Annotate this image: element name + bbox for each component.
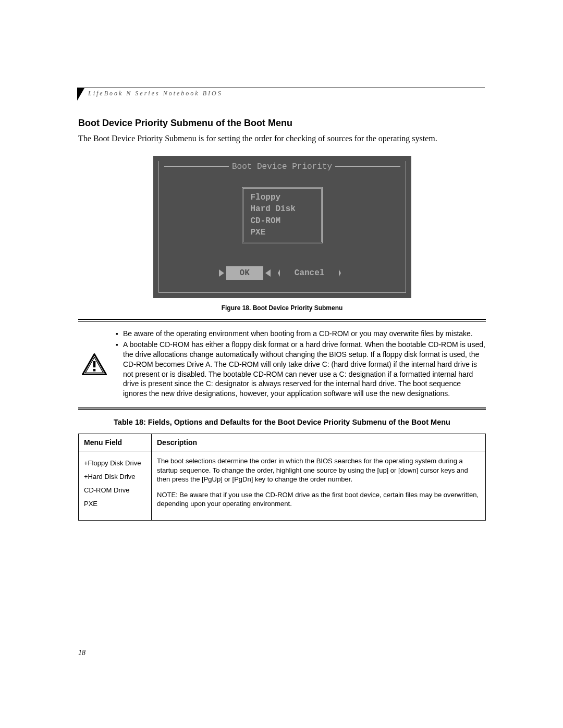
bios-ok-label: OK (240, 268, 250, 278)
bios-boot-item[interactable]: PXE (251, 227, 314, 238)
warning-text: Be aware of the operating environment wh… (111, 329, 486, 400)
bracket-left-icon (278, 269, 280, 277)
warning-bullet: Be aware of the operating environment wh… (116, 329, 486, 339)
bios-ok-button[interactable]: OK (226, 266, 263, 280)
section-description: The Boot Device Priority Submenu is for … (78, 133, 486, 144)
svg-rect-3 (93, 369, 96, 372)
header-rule (77, 88, 485, 88)
running-head: LifeBook N Series Notebook BIOS (88, 90, 223, 97)
page-number: 18 (78, 649, 85, 657)
bios-boot-item[interactable]: Floppy (251, 192, 314, 203)
table-cell-menu-fields: +Floppy Disk Drive +Hard Disk Drive CD-R… (79, 451, 152, 521)
menu-field-item: PXE (84, 497, 146, 511)
section-heading: Boot Device Priority Submenu of the Boot… (78, 118, 486, 129)
menu-field-item: +Floppy Disk Drive (84, 456, 146, 470)
corner-ornament (77, 88, 84, 101)
selection-arrow-right-icon (265, 269, 271, 277)
selection-arrow-left-icon (219, 269, 224, 277)
menu-field-item: CD-ROM Drive (84, 484, 146, 497)
warning-bullet: A bootable CD-ROM has either a floppy di… (116, 340, 486, 399)
table-header-description: Description (152, 434, 486, 451)
description-paragraph: The boot selections determine the order … (157, 456, 480, 484)
bios-dialog-title: Boot Device Priority (229, 161, 335, 172)
description-note: NOTE: Be aware that if you use the CD-RO… (157, 490, 480, 509)
warning-icon (78, 353, 111, 376)
bios-cancel-label: Cancel (295, 268, 325, 278)
table-row: +Floppy Disk Drive +Hard Disk Drive CD-R… (79, 451, 486, 521)
bios-screenshot: Boot Device Priority Floppy Hard Disk CD… (153, 156, 411, 298)
menu-field-item: +Hard Disk Drive (84, 470, 146, 484)
bracket-right-icon (339, 269, 341, 277)
bios-boot-list[interactable]: Floppy Hard Disk CD-ROM PXE (242, 187, 323, 243)
table-caption: Table 18: Fields, Options and Defaults f… (78, 418, 486, 426)
bios-boot-item[interactable]: Hard Disk (251, 203, 314, 215)
horizontal-rule-double (78, 407, 486, 410)
bios-cancel-button[interactable]: Cancel (281, 266, 338, 280)
table-cell-description: The boot selections determine the order … (152, 451, 486, 521)
svg-rect-2 (93, 361, 96, 367)
horizontal-rule-double (78, 319, 486, 322)
figure-caption: Figure 18. Boot Device Priority Submenu (78, 304, 486, 312)
bios-boot-item[interactable]: CD-ROM (251, 215, 314, 227)
table-header-menu-field: Menu Field (79, 434, 152, 451)
fields-table: Menu Field Description +Floppy Disk Driv… (78, 434, 486, 521)
